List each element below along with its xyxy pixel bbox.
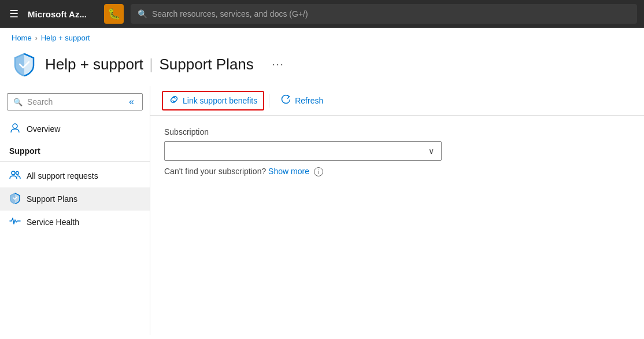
sidebar-search[interactable]: 🔍 « (7, 93, 143, 110)
sidebar-item-service-health[interactable]: Service Health (0, 211, 150, 234)
svg-point-0 (13, 124, 17, 128)
global-search-bar[interactable]: 🔍 (131, 4, 637, 24)
link-support-button[interactable]: Link support benefits (162, 91, 264, 110)
subscription-label: Subscription (164, 127, 630, 137)
page-title-group: Help + support | Support Plans (45, 56, 254, 73)
breadcrumb-separator: › (35, 34, 38, 42)
content-toolbar: Link support benefits Refresh (150, 86, 644, 116)
bug-icon: 🐛 (108, 8, 120, 20)
breadcrumb-home[interactable]: Home (12, 34, 32, 42)
info-icon[interactable]: i (314, 167, 323, 176)
sidebar-item-support-plans[interactable]: Support Plans (0, 187, 150, 211)
sidebar: 🔍 « Overview Support (0, 86, 150, 335)
sidebar-item-all-requests[interactable]: All support requests (0, 164, 150, 187)
sidebar-search-input[interactable] (27, 97, 122, 106)
sidebar-item-all-requests-label: All support requests (27, 171, 98, 180)
page-subtitle: Support Plans (160, 56, 254, 73)
show-more-link[interactable]: Show more (268, 167, 309, 176)
main-layout: 🔍 « Overview Support (0, 86, 644, 335)
person-icon (9, 122, 21, 136)
sidebar-collapse-button[interactable]: « (127, 97, 136, 107)
subscription-dropdown[interactable]: ∨ (164, 141, 442, 161)
search-bar-icon: 🔍 (138, 9, 147, 19)
hamburger-icon[interactable]: ☰ (7, 5, 21, 23)
sidebar-item-overview[interactable]: Overview (0, 117, 150, 141)
content-body: Subscription ∨ Can't find your subscript… (150, 116, 644, 188)
title-divider: | (149, 56, 153, 73)
more-options-button[interactable]: ··· (268, 56, 289, 73)
breadcrumb-current[interactable]: Help + support (41, 34, 90, 42)
chevron-down-icon: ∨ (428, 146, 434, 156)
breadcrumb: Home › Help + support (0, 28, 644, 46)
top-bar: ☰ Microsoft Az... 🐛 🔍 (0, 0, 644, 28)
link-support-label: Link support benefits (183, 96, 257, 105)
global-search-input[interactable] (152, 9, 630, 19)
svg-point-1 (12, 171, 15, 175)
sidebar-search-icon: 🔍 (13, 98, 23, 106)
page-title: Help + support (45, 56, 143, 73)
refresh-icon (281, 94, 291, 107)
heart-icon (9, 215, 21, 229)
page-header: Help + support | Support Plans ··· (0, 46, 644, 86)
cant-find-text: Can't find your subscription? Show more … (164, 167, 630, 176)
refresh-button[interactable]: Refresh (274, 91, 330, 110)
content-area: Link support benefits Refresh Subscripti… (150, 86, 644, 335)
svg-point-2 (16, 172, 19, 175)
sidebar-item-service-health-label: Service Health (27, 218, 79, 227)
sidebar-item-overview-label: Overview (27, 124, 60, 134)
sidebar-item-support-plans-label: Support Plans (27, 194, 77, 204)
people-icon (9, 169, 21, 183)
sidebar-divider (0, 161, 150, 162)
app-title: Microsoft Az... (28, 9, 97, 19)
bug-icon-button[interactable]: 🐛 (104, 4, 124, 24)
refresh-label: Refresh (295, 96, 323, 105)
shield-small-icon (9, 192, 21, 206)
shield-icon-large (12, 51, 37, 77)
link-icon (169, 94, 179, 107)
toolbar-divider (269, 94, 269, 108)
sidebar-section-support: Support (0, 141, 150, 159)
